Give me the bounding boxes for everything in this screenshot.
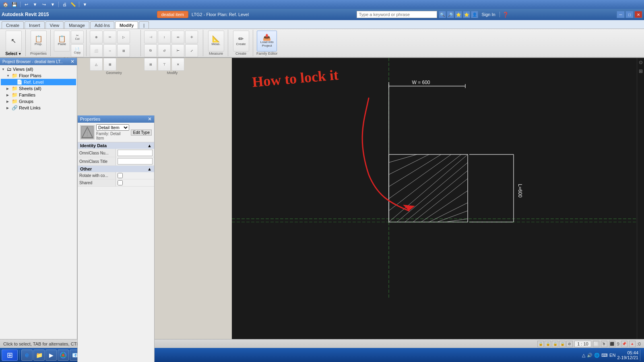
mirror-btn[interactable]: ⇔ xyxy=(171,31,184,43)
browser-close-btn[interactable]: ✕ xyxy=(70,59,74,64)
offset-btn[interactable]: ↕ xyxy=(158,31,171,43)
geo6[interactable]: ⊞ xyxy=(117,44,130,57)
scale-btn[interactable]: ⤢ xyxy=(185,44,198,57)
properties-close-btn[interactable]: ✕ xyxy=(148,116,152,122)
status-icon-2[interactable]: 🔒 xyxy=(545,341,551,347)
start-btn[interactable]: ⊞ xyxy=(2,350,18,361)
tab-insert[interactable]: Insert xyxy=(25,21,45,29)
tree-item-families[interactable]: ▶ 📁 Families xyxy=(1,92,76,98)
rotate-btn[interactable]: ↺ xyxy=(158,44,171,57)
tree-item-floorplans[interactable]: ▼ 📁 Floor Plans xyxy=(1,72,76,79)
maximize-btn[interactable]: □ xyxy=(625,11,634,18)
qab-redo-arrow[interactable]: ▼ xyxy=(49,1,57,8)
tree-arrow-sheets: ▶ xyxy=(6,87,10,90)
omniclass-title-input[interactable] xyxy=(118,158,153,165)
section-header-other[interactable]: Other ▲ xyxy=(78,166,154,172)
status-icon-5[interactable]: ⊘ xyxy=(566,341,573,347)
rotate-checkbox[interactable] xyxy=(118,173,123,178)
paste-btn[interactable]: 📋 Paste xyxy=(54,31,70,51)
section-header-identity[interactable]: Identity Data ▲ xyxy=(78,142,154,149)
align-btn[interactable]: ⊣ xyxy=(144,31,157,43)
tab-addins[interactable]: Add-Ins xyxy=(90,21,114,29)
status-filter[interactable]: 🔺 xyxy=(629,341,636,347)
join-btn[interactable]: ⊕ xyxy=(90,31,103,43)
tray-icon-4[interactable]: ⌨ xyxy=(601,353,608,358)
select-btn[interactable]: ↖ xyxy=(6,31,22,51)
search-btn[interactable]: 🔍 xyxy=(439,11,446,18)
copy-btn[interactable]: 📄Copy xyxy=(71,44,84,57)
signin-btn[interactable]: Sign In xyxy=(480,12,497,17)
cut-btn[interactable]: ✂Cut xyxy=(71,31,84,43)
tab-modify[interactable]: Modify xyxy=(115,21,138,29)
help-btn[interactable]: ❓ xyxy=(502,12,509,18)
status-view-icon[interactable]: ⬜ xyxy=(593,341,599,347)
properties-btn[interactable]: 📋 Prop. xyxy=(31,31,47,51)
qab-undo[interactable]: ↩ xyxy=(22,1,30,8)
qab-redo[interactable]: ↪ xyxy=(40,1,48,8)
tab-contextual[interactable]: | xyxy=(139,21,149,29)
view-tool-1[interactable]: ⊙ xyxy=(639,60,643,65)
svg-line-14 xyxy=(389,154,441,187)
tree-arrow-revitlinks: ▶ xyxy=(6,106,10,110)
prop-row-omniclass-num: OmniClass Nu... xyxy=(78,149,154,157)
status-icon-1[interactable]: 🔒 xyxy=(537,341,544,347)
measure-label: Measure xyxy=(209,51,223,56)
tab-manage[interactable]: Manage xyxy=(64,21,89,29)
create-btn[interactable]: ✏ Create xyxy=(233,31,249,51)
tray-icon-1[interactable]: △ xyxy=(582,353,585,358)
minimize-btn[interactable]: ─ xyxy=(617,11,625,18)
taskbar-folder[interactable]: 📁 xyxy=(33,350,45,361)
qab-save[interactable]: 💾 xyxy=(10,1,19,8)
geo4[interactable]: ⬜ xyxy=(90,44,103,57)
svg-text:W = 600: W = 600 xyxy=(412,80,430,85)
tab-create[interactable]: Create xyxy=(2,21,24,29)
status-icon-4[interactable]: 🔒 xyxy=(559,341,566,347)
show-desktop-btn[interactable] xyxy=(640,350,642,361)
tree-item-revitlinks[interactable]: ▶ 🔗 Revit Links xyxy=(1,105,76,111)
omniclass-num-input[interactable] xyxy=(118,150,153,156)
trim-btn[interactable]: ⊢ xyxy=(171,44,184,57)
search-opts1[interactable]: 🔎 xyxy=(447,11,454,18)
status-snap[interactable]: 📌 xyxy=(621,341,627,347)
app-name: Autodesk Revit 2015 xyxy=(2,12,49,17)
tree-item-reflevel[interactable]: 📄 Ref. Level xyxy=(1,79,76,85)
status-icon-3[interactable]: 🔒 xyxy=(552,341,558,347)
status-nav1[interactable]: 🖱 xyxy=(601,341,607,347)
status-nav2[interactable]: ⬛ xyxy=(609,341,615,347)
qab-more[interactable]: ▼ xyxy=(81,1,89,8)
tray-icon-3[interactable]: 🌐 xyxy=(594,353,600,358)
qab-undo-arrow[interactable]: ▼ xyxy=(31,1,39,8)
copy-m-btn[interactable]: ⧉ xyxy=(144,44,157,57)
close-btn[interactable]: ✕ xyxy=(634,11,642,18)
qab-measure[interactable]: 📏 xyxy=(69,1,77,8)
svg-text:L=600: L=600 xyxy=(517,184,523,197)
ribbon-group-modify: ⊣ ↕ ⇔ ✛ ⧉ ↺ ⊢ ⤢ ⊞ ⊤ ✕ Modify xyxy=(142,30,203,56)
qab-home[interactable]: 🏠 xyxy=(2,1,10,8)
geo5[interactable]: ↔ xyxy=(103,44,116,57)
view-tool-2[interactable]: ⊞ xyxy=(639,68,643,74)
active-file-tab[interactable]: deatial item xyxy=(157,11,188,18)
family-type-dropdown[interactable]: Detail Item xyxy=(96,124,129,131)
tree-item-views[interactable]: ▼ 🗂 Views (all) xyxy=(1,66,76,72)
taskbar-ie[interactable]: e xyxy=(21,350,33,361)
select-dropdown-arrow[interactable]: ▼ xyxy=(18,52,22,56)
search-opts2[interactable]: ⭐ xyxy=(455,11,462,18)
tree-item-groups[interactable]: ▶ 📁 Groups xyxy=(1,98,76,105)
search-input[interactable] xyxy=(357,11,437,18)
taskbar-chrome[interactable] xyxy=(58,350,69,361)
tab-view[interactable]: View xyxy=(45,21,64,29)
shared-checkbox[interactable] xyxy=(118,180,123,185)
cut-geo-btn[interactable]: ✂ xyxy=(103,31,116,43)
qab-print[interactable]: 🖨 xyxy=(60,1,68,8)
tray-icon-2[interactable]: 🔊 xyxy=(587,353,592,358)
tree-item-sheets[interactable]: ▶ 📁 Sheets (all) xyxy=(1,85,76,92)
edit-type-btn[interactable]: Edit Type xyxy=(131,130,152,136)
load-into-project-btn[interactable]: 📤 Load intoProject xyxy=(257,31,277,51)
measure-btn[interactable]: 📐 Meas. xyxy=(208,31,224,51)
search-opts4[interactable]: 👤 xyxy=(471,11,478,18)
taskbar-media[interactable]: ▶ xyxy=(45,350,57,361)
search-opts3[interactable]: ⭐ xyxy=(463,11,470,18)
prop-value-omniclass-num xyxy=(116,149,154,157)
move-btn[interactable]: ✛ xyxy=(185,31,198,43)
geo3[interactable]: ▷ xyxy=(117,31,130,43)
